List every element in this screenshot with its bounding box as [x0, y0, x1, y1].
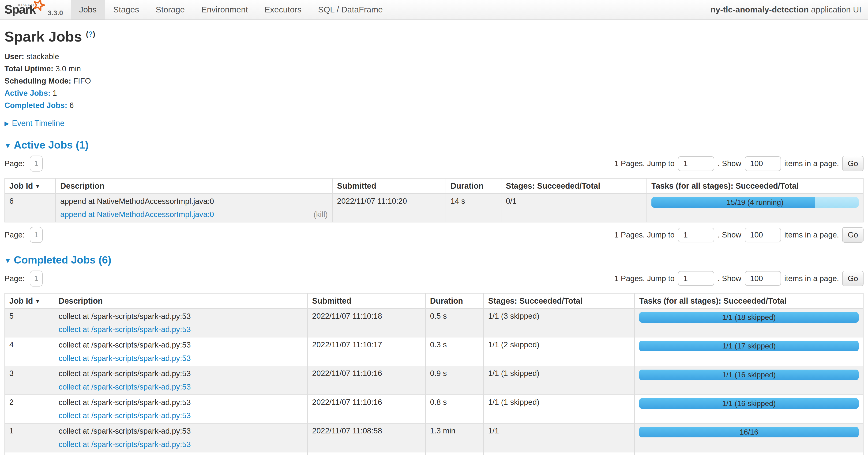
completed-jobs-table: Job Id▼ Description Submitted Duration S… [4, 293, 864, 455]
tasks-progress-label: 16/16 [639, 427, 859, 437]
job-row: 1 collect at /spark-scripts/spark-ad.py:… [5, 423, 863, 452]
summary-completed-jobs: Completed Jobs: 6 [4, 101, 864, 110]
application-suffix: application UI [809, 5, 861, 14]
job-submitted-cell: 2022/11/07 11:08:58 [308, 423, 426, 452]
pagination: Page: 1 1 Pages. Jump to . Show items in… [4, 227, 864, 243]
job-description-cell: collect at /spark-scripts/spark-ad.py:53… [54, 423, 308, 452]
job-description-text: collect at /spark-scripts/spark-ad.py:53 [59, 340, 303, 350]
show-items-input[interactable] [745, 271, 781, 286]
col-job-id[interactable]: Job Id▼ [5, 178, 56, 194]
job-tasks-cell: 1/1 (17 skipped) [634, 337, 863, 366]
kill-link[interactable]: (kill) [313, 210, 328, 219]
active-jobs-section-header[interactable]: ▼Active Jobs (1) [4, 139, 864, 151]
job-submitted-cell: 2022/11/07 11:10:20 [332, 194, 446, 222]
tasks-progress-bar: 16/16 [639, 427, 859, 437]
sort-desc-icon: ▼ [35, 299, 40, 304]
job-duration-cell: 14 s [446, 194, 501, 222]
help-question-icon[interactable]: ? [88, 30, 93, 38]
col-stages[interactable]: Stages: Succeeded/Total [484, 293, 635, 309]
job-description-cell: parquet at NativeMethodAccessorImpl.java… [54, 452, 308, 455]
job-description-text: collect at /spark-scripts/spark-ad.py:53 [59, 312, 303, 321]
job-description-cell: append at NativeMethodAccessorImpl.java:… [56, 194, 332, 222]
job-description-link[interactable]: collect at /spark-scripts/spark-ad.py:53 [59, 353, 191, 363]
col-stages[interactable]: Stages: Succeeded/Total [501, 178, 647, 194]
jump-to-input[interactable] [678, 228, 714, 243]
job-row: 0 parquet at NativeMethodAccessorImpl.ja… [5, 452, 863, 455]
job-stages-cell: 1/1 (1 skipped) [484, 395, 635, 423]
job-tasks-cell: 1/1 (16 skipped) [634, 395, 863, 423]
job-submitted-cell: 2022/11/07 11:10:16 [308, 395, 426, 423]
job-description-link[interactable]: append at NativeMethodAccessorImpl.java:… [60, 210, 214, 219]
tasks-progress-label: 1/1 (16 skipped) [639, 398, 859, 409]
collapse-open-icon: ▼ [4, 257, 11, 264]
job-description-cell: collect at /spark-scripts/spark-ad.py:53… [54, 309, 308, 337]
job-row: 2 collect at /spark-scripts/spark-ad.py:… [5, 395, 863, 423]
job-submitted-cell: 2022/11/07 11:10:18 [308, 309, 426, 337]
go-button[interactable]: Go [842, 227, 864, 243]
col-tasks[interactable]: Tasks (for all stages): Succeeded/Total [647, 178, 863, 194]
jump-to-input[interactable] [678, 156, 714, 171]
pages-text: 1 Pages. Jump to [614, 230, 675, 239]
job-row: 6 append at NativeMethodAccessorImpl.jav… [5, 194, 863, 222]
nav-tabs: Jobs Stages Storage Environment Executor… [71, 0, 391, 20]
page-title: Spark Jobs (?) [4, 28, 864, 45]
job-tasks-cell: 15/19 (4 running) [647, 194, 863, 222]
job-duration-cell: 1.3 min [426, 423, 484, 452]
tab-environment[interactable]: Environment [193, 0, 256, 20]
spark-version: 3.3.0 [48, 9, 63, 17]
tab-stages[interactable]: Stages [105, 0, 148, 20]
job-row: 4 collect at /spark-scripts/spark-ad.py:… [5, 337, 863, 366]
tab-storage[interactable]: Storage [148, 0, 193, 20]
col-job-id[interactable]: Job Id▼ [5, 293, 54, 309]
job-description-link[interactable]: collect at /spark-scripts/spark-ad.py:53 [59, 382, 191, 392]
job-id-cell: 0 [5, 452, 54, 455]
job-description-link[interactable]: collect at /spark-scripts/spark-ad.py:53 [59, 411, 191, 420]
active-jobs-link[interactable]: Active Jobs: [4, 89, 51, 97]
col-submitted[interactable]: Submitted [332, 178, 446, 194]
col-description[interactable]: Description [56, 178, 332, 194]
col-description[interactable]: Description [54, 293, 308, 309]
jump-to-input[interactable] [678, 271, 714, 286]
job-description-link[interactable]: collect at /spark-scripts/spark-ad.py:53 [59, 440, 191, 449]
job-tasks-cell: 1/1 (18 skipped) [634, 309, 863, 337]
job-description-text: collect at /spark-scripts/spark-ad.py:53 [59, 398, 303, 407]
col-tasks[interactable]: Tasks (for all stages): Succeeded/Total [634, 293, 863, 309]
job-description-text: collect at /spark-scripts/spark-ad.py:53 [59, 369, 303, 378]
completed-jobs-section-header[interactable]: ▼Completed Jobs (6) [4, 254, 864, 266]
completed-jobs-link[interactable]: Completed Jobs: [4, 101, 67, 110]
col-submitted[interactable]: Submitted [308, 293, 426, 309]
page-number-box: 1 [30, 271, 43, 286]
job-id-cell: 6 [5, 194, 56, 222]
show-text: . Show [717, 230, 741, 239]
show-items-input[interactable] [745, 228, 781, 243]
items-text: items in a page. [784, 274, 839, 283]
help-link[interactable]: (?) [86, 30, 95, 38]
tab-executors[interactable]: Executors [256, 0, 310, 20]
tasks-progress-label: 1/1 (17 skipped) [639, 341, 859, 351]
items-text: items in a page. [784, 230, 839, 239]
active-jobs-table: Job Id▼ Description Submitted Duration S… [4, 178, 864, 223]
job-duration-cell: 39 s [426, 452, 484, 455]
go-button[interactable]: Go [842, 156, 864, 171]
job-duration-cell: 0.5 s [426, 309, 484, 337]
show-text: . Show [717, 274, 741, 283]
job-description-link[interactable]: collect at /spark-scripts/spark-ad.py:53 [59, 325, 191, 334]
page-number-box: 1 [30, 155, 43, 172]
pagination: Page: 1 1 Pages. Jump to . Show items in… [4, 155, 864, 172]
job-id-cell: 2 [5, 395, 54, 423]
job-description-cell: collect at /spark-scripts/spark-ad.py:53… [54, 395, 308, 423]
tasks-progress-bar: 15/19 (4 running) [651, 197, 859, 208]
event-timeline-toggle[interactable]: ▶Event Timeline [4, 119, 864, 128]
col-duration[interactable]: Duration [426, 293, 484, 309]
show-items-input[interactable] [745, 156, 781, 171]
job-tasks-cell: 1/1 (16 skipped) [634, 366, 863, 395]
job-tasks-cell: 1/1 [634, 452, 863, 455]
go-button[interactable]: Go [842, 271, 864, 286]
col-duration[interactable]: Duration [446, 178, 501, 194]
page-label: Page: [4, 230, 25, 239]
job-stages-cell: 1/1 [484, 452, 635, 455]
tab-sql-dataframe[interactable]: SQL / DataFrame [310, 0, 391, 20]
tasks-progress-label: 1/1 (16 skipped) [639, 370, 859, 380]
summary-active-jobs: Active Jobs: 1 [4, 89, 864, 97]
tab-jobs[interactable]: Jobs [71, 0, 105, 20]
